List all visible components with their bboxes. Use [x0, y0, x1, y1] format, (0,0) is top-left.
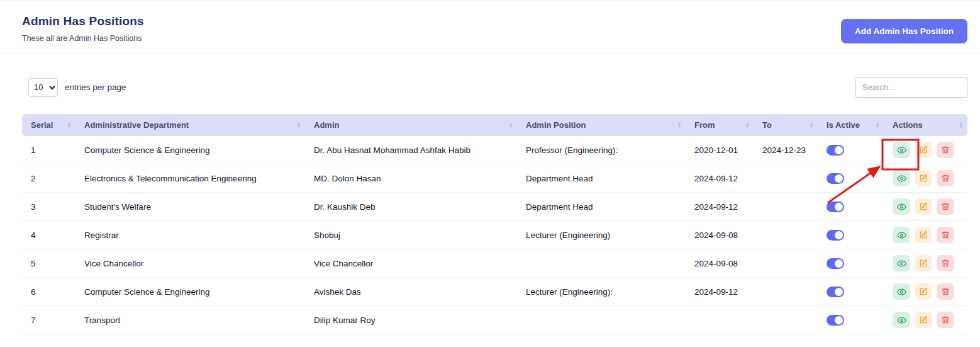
- cell-serial: 4: [22, 221, 75, 249]
- admin-positions-table: Serial▲▼ Administrative Department▲▼ Adm…: [22, 114, 967, 334]
- cell-actions: [884, 249, 967, 278]
- table-row: 6 Computer Science & Engineering Avishek…: [22, 278, 967, 306]
- edit-button[interactable]: [915, 198, 932, 215]
- cell-actions: [884, 278, 967, 306]
- edit-button[interactable]: [915, 170, 932, 186]
- cell-is-active: [818, 249, 884, 278]
- table-row: 3 Student's Welfare Dr. Kaushik Deb Depa…: [22, 193, 967, 221]
- cell-is-active: [818, 136, 884, 164]
- view-eye-icon: [897, 287, 906, 297]
- column-header-position[interactable]: Admin Position▲▼: [517, 114, 686, 136]
- delete-button[interactable]: [937, 227, 954, 243]
- view-button[interactable]: [893, 170, 910, 186]
- delete-trash-icon: [941, 174, 950, 183]
- view-button[interactable]: [893, 283, 910, 300]
- column-header-department[interactable]: Administrative Department▲▼: [75, 114, 305, 136]
- view-button[interactable]: [893, 312, 910, 328]
- column-header-admin[interactable]: Admin▲▼: [305, 114, 517, 136]
- column-header-serial[interactable]: Serial▲▼: [22, 114, 75, 136]
- cell-actions: [884, 306, 967, 334]
- cell-position: [517, 249, 686, 278]
- table-row: 5 Vice Chancellor Vice Chancellor 2024-0…: [22, 249, 967, 278]
- edit-button[interactable]: [915, 227, 932, 243]
- column-header-actions[interactable]: Actions▲▼: [884, 114, 967, 136]
- view-button[interactable]: [893, 255, 910, 271]
- view-button[interactable]: [893, 198, 910, 215]
- cell-position: Lecturer (Engineering):: [517, 278, 686, 306]
- cell-actions: [884, 164, 967, 193]
- cell-is-active: [818, 306, 884, 334]
- is-active-toggle[interactable]: [827, 287, 844, 297]
- delete-button[interactable]: [937, 312, 954, 328]
- delete-button[interactable]: [937, 142, 954, 158]
- sort-icon: ▲▼: [876, 122, 879, 128]
- toggle-knob: [835, 231, 843, 239]
- column-header-to[interactable]: To▲▼: [754, 114, 818, 136]
- edit-pencil-icon: [919, 145, 928, 154]
- cell-serial: 5: [22, 249, 75, 278]
- cell-from: 2024-09-12: [686, 193, 754, 221]
- cell-to: [754, 193, 818, 221]
- cell-admin: Shobuj: [305, 221, 517, 249]
- is-active-toggle[interactable]: [827, 173, 844, 184]
- view-button[interactable]: [893, 142, 910, 158]
- cell-position: Lecturer (Engineering): [517, 221, 686, 249]
- cell-position: [517, 306, 686, 334]
- sort-icon: ▲▼: [509, 122, 513, 128]
- sort-icon: ▲▼: [959, 122, 963, 128]
- edit-button[interactable]: [915, 312, 932, 328]
- table-body: 1 Computer Science & Engineering Dr. Abu…: [22, 136, 967, 334]
- view-button[interactable]: [893, 227, 910, 243]
- toggle-knob: [835, 203, 843, 211]
- cell-serial: 2: [22, 164, 75, 193]
- table-header-row: Serial▲▼ Administrative Department▲▼ Adm…: [22, 114, 967, 136]
- delete-button[interactable]: [937, 170, 954, 186]
- view-eye-icon: [897, 259, 906, 268]
- column-header-is-active[interactable]: Is Active▲▼: [818, 114, 884, 136]
- delete-trash-icon: [941, 145, 950, 154]
- page-title: Admin Has Positions: [22, 14, 144, 28]
- delete-button[interactable]: [937, 283, 954, 300]
- sort-icon: ▲▼: [810, 122, 813, 128]
- add-admin-has-position-button[interactable]: Add Admin Has Position: [841, 19, 967, 43]
- is-active-toggle[interactable]: [827, 315, 844, 326]
- cell-serial: 3: [22, 193, 75, 221]
- cell-from: 2024-09-12: [686, 278, 754, 306]
- delete-button[interactable]: [937, 255, 954, 271]
- cell-to: 2024-12-23: [754, 136, 818, 164]
- edit-button[interactable]: [915, 283, 932, 300]
- page-subtitle: These all are Admin Has Positions: [22, 34, 144, 43]
- edit-pencil-icon: [919, 287, 928, 296]
- cell-position: Professor (Engineering):: [517, 136, 686, 164]
- is-active-toggle[interactable]: [827, 202, 844, 212]
- edit-button[interactable]: [915, 255, 932, 271]
- cell-department: Electronics & Telecommunication Engineer…: [75, 164, 305, 193]
- cell-admin: Dr. Kaushik Deb: [305, 193, 517, 221]
- cell-department: Computer Science & Engineering: [75, 136, 305, 164]
- entries-per-page-select[interactable]: 10: [28, 78, 58, 97]
- cell-department: Registrar: [75, 221, 305, 249]
- cell-to: [754, 306, 818, 334]
- search-input[interactable]: [855, 77, 967, 98]
- delete-trash-icon: [941, 230, 950, 239]
- delete-trash-icon: [941, 316, 950, 324]
- cell-from: 2024-09-08: [686, 249, 754, 278]
- entries-per-page: 10 entries per page: [28, 78, 126, 97]
- cell-admin: Avishek Das: [305, 278, 517, 306]
- edit-button[interactable]: [915, 142, 932, 158]
- cell-actions: [884, 193, 967, 221]
- cell-actions: [884, 136, 967, 164]
- column-header-from[interactable]: From▲▼: [686, 114, 754, 136]
- is-active-toggle[interactable]: [827, 230, 844, 241]
- delete-button[interactable]: [937, 198, 954, 215]
- row-actions: [893, 198, 962, 215]
- view-eye-icon: [897, 174, 906, 183]
- cell-to: [754, 278, 818, 306]
- cell-position: Department Head: [517, 193, 686, 221]
- view-eye-icon: [897, 316, 906, 325]
- sort-icon: ▲▼: [297, 122, 301, 128]
- is-active-toggle[interactable]: [827, 145, 844, 156]
- cell-to: [754, 164, 818, 193]
- cell-from: [686, 306, 754, 334]
- is-active-toggle[interactable]: [827, 258, 844, 269]
